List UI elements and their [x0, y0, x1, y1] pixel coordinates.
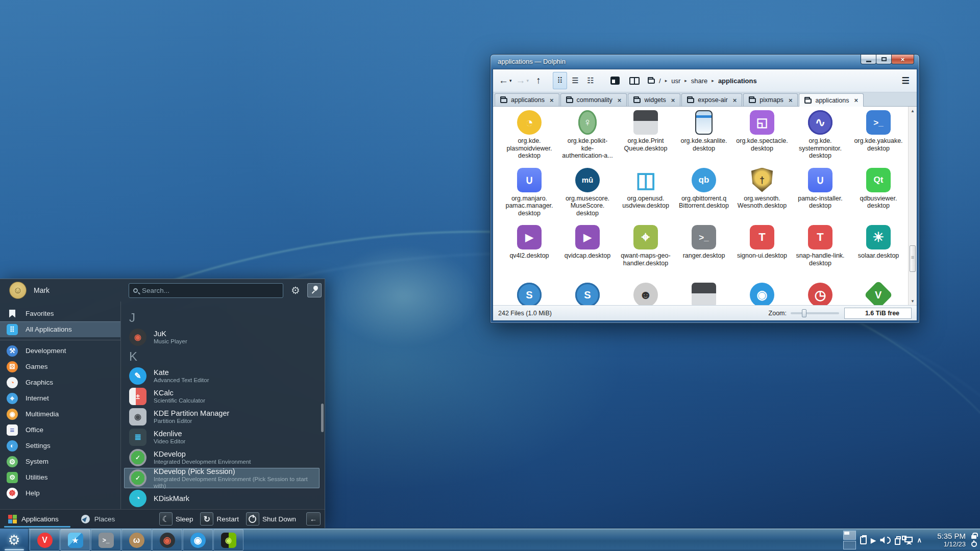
close-button[interactable]: ×	[891, 55, 914, 64]
file-item[interactable]: ◔org.kde.plasmoidviewer.desktop	[500, 109, 558, 166]
maximize-button[interactable]	[876, 55, 892, 64]
sidebar-item-development[interactable]: ⚒Development	[0, 343, 120, 359]
tab-close-icon[interactable]: ×	[789, 96, 793, 104]
zoom-slider-handle[interactable]	[802, 309, 806, 317]
sidebar-item-favorites[interactable]: Favorites	[0, 306, 120, 321]
scroll-up-arrow-icon[interactable]: ▲	[909, 107, 917, 115]
icons-view-button[interactable]: ⠿	[553, 72, 567, 89]
up-button[interactable]: ↑	[531, 72, 546, 89]
launcher-scrollbar-thumb[interactable]	[321, 404, 324, 432]
file-item[interactable]: mûorg.musescore.MuseScore.desktop	[558, 166, 617, 224]
user-avatar[interactable]: ☺	[9, 282, 27, 299]
dolphin-tab[interactable]: commonality ×	[560, 93, 627, 106]
tab-close-icon[interactable]: ×	[854, 96, 858, 104]
file-item[interactable]: ♀org.kde.polkit-kde-authentication-a...	[558, 109, 617, 166]
file-item[interactable]: org.kde.skanlite.desktop	[675, 109, 733, 166]
file-item[interactable]: Sstoken-gui.	[558, 281, 617, 306]
lock-icon[interactable]	[971, 535, 976, 539]
taskbar-button-vivaldi-browser[interactable]: V	[30, 529, 60, 551]
media-player-tray-icon[interactable]: ▶	[871, 529, 876, 551]
forward-button[interactable]: →▾	[514, 72, 531, 89]
application-launcher-button[interactable]: ⚙	[0, 529, 29, 551]
app-list-item[interactable]: ◉ JuK Music Player	[124, 327, 320, 347]
columns-view-button[interactable]	[627, 72, 642, 89]
zoom-slider[interactable]	[791, 312, 839, 314]
back-button[interactable]: ←▾	[497, 72, 513, 89]
sidebar-item-internet[interactable]: ⌖Internet	[0, 390, 120, 406]
sidebar-item-help[interactable]: ☸Help	[0, 485, 120, 501]
configure-gear-icon[interactable]: ⚙	[291, 284, 300, 296]
dolphin-tab[interactable]: pixmaps ×	[743, 93, 798, 106]
dolphin-tab[interactable]: applications ×	[495, 93, 559, 106]
file-item[interactable]: >_org.kde.yakuake.desktop	[849, 109, 908, 166]
folder-icon[interactable]	[648, 79, 655, 84]
file-item[interactable]: system-config-	[675, 281, 733, 306]
file-item[interactable]: ∪org.manjaro.pamac.manager.desktop	[500, 166, 558, 224]
app-list-item[interactable]: ✓ KDevelop (Pick Session) Integrated Dev…	[124, 468, 320, 488]
file-item[interactable]: org.kde.PrintQueue.desktop	[617, 109, 675, 166]
app-list-item[interactable]: ◉ KDE Partition Manager Partition Editor	[124, 407, 320, 427]
tab-applications[interactable]: Applications	[8, 515, 59, 523]
taskbar-button-notes-app[interactable]: ★	[60, 529, 90, 551]
taskbar-button-gimp[interactable]: ω	[121, 529, 152, 551]
vertical-scrollbar[interactable]: ▲ ▼	[908, 107, 917, 305]
file-item[interactable]: ∪pamac-installer.desktop	[791, 166, 849, 224]
scroll-down-arrow-icon[interactable]: ▼	[909, 297, 917, 305]
compact-view-button[interactable]: ☰	[568, 72, 582, 89]
minimize-button[interactable]	[861, 55, 876, 64]
desktop-1-thumbnail[interactable]	[843, 531, 856, 540]
sidebar-item-office[interactable]: ≡Office	[0, 422, 120, 438]
digital-clock[interactable]: 5:35 PM 1/12/23	[926, 532, 966, 548]
tab-close-icon[interactable]: ×	[618, 96, 622, 104]
tab-places[interactable]: Places	[81, 515, 115, 523]
file-item[interactable]: Vvim.desktop	[849, 281, 908, 306]
dolphin-tab[interactable]: expose-air ×	[681, 93, 742, 106]
sidebar-item-multimedia[interactable]: ◉Multimedia	[0, 406, 120, 422]
window-title[interactable]: applications — Dolphin	[491, 55, 919, 69]
network-tray-icon[interactable]	[904, 529, 913, 551]
file-item[interactable]: ▶qv4l2.desktop	[500, 223, 558, 281]
taskbar-button-nvidia-settings[interactable]: ◉	[213, 529, 243, 551]
pin-button[interactable]	[307, 283, 322, 297]
taskbar-button-music-player[interactable]: ◉	[152, 529, 182, 551]
hamburger-menu-button[interactable]: ☰	[898, 72, 913, 89]
file-item[interactable]: †org.wesnoth.Wesnoth.desktop	[733, 166, 791, 224]
search-input[interactable]: Search...	[129, 283, 283, 298]
taskbar-button-konsole-terminal[interactable]: >_	[91, 529, 121, 551]
file-item[interactable]: ◱org.kde.spectacle.desktop	[733, 109, 791, 166]
sleep-button[interactable]: Sleep	[159, 512, 193, 525]
shutdown-icon[interactable]	[971, 541, 977, 547]
app-list-item[interactable]: ✎ Kate Advanced Text Editor	[124, 366, 320, 386]
clipboard-tray-icon[interactable]	[860, 529, 867, 551]
volume-tray-icon[interactable]	[880, 529, 891, 551]
expand-tray-chevron-icon[interactable]: ∧	[917, 529, 922, 551]
tab-close-icon[interactable]: ×	[550, 96, 554, 104]
removable-device-tray-icon[interactable]	[895, 529, 900, 551]
breadcrumb-applications[interactable]: applications	[718, 76, 757, 86]
file-item[interactable]: Tsignon-ui.desktop	[733, 223, 791, 281]
leave-arrow-button[interactable]	[306, 512, 321, 525]
file-item[interactable]: >_ranger.desktop	[675, 223, 733, 281]
app-list-item[interactable]: ◔ KDiskMark	[124, 488, 320, 509]
file-item[interactable]: Qtqdbusviewer.desktop	[849, 166, 908, 224]
sidebar-item-settings[interactable]: ◐Settings	[0, 438, 120, 454]
taskbar-button-system-settings[interactable]: ◉	[183, 529, 213, 551]
breadcrumb-root[interactable]: /	[658, 76, 662, 86]
virtual-desktop-pager[interactable]	[843, 531, 856, 549]
shut-down-button[interactable]: Shut Down	[246, 512, 296, 525]
file-item[interactable]: ◉systemsettings.	[733, 281, 791, 306]
file-item[interactable]: ◷timeshift-gtk.	[791, 281, 849, 306]
file-item[interactable]: ▶qvidcap.desktop	[558, 223, 617, 281]
restart-button[interactable]: Restart	[200, 512, 239, 525]
dolphin-tab[interactable]: widgets ×	[628, 93, 680, 106]
split-view-button[interactable]	[608, 72, 622, 89]
tab-close-icon[interactable]: ×	[733, 96, 737, 104]
tab-close-icon[interactable]: ×	[671, 96, 675, 104]
scrollbar-thumb[interactable]	[910, 245, 916, 272]
file-item[interactable]: qborg.qbittorrent.qBittorrent.desktop	[675, 166, 733, 224]
sidebar-item-graphics[interactable]: ◔Graphics	[0, 374, 120, 390]
app-list-item[interactable]: ✓ KDevelop Integrated Development Enviro…	[124, 447, 320, 468]
file-item[interactable]: ☻supertuxkart.	[617, 281, 675, 306]
desktop-2-thumbnail[interactable]	[843, 541, 856, 550]
details-view-button[interactable]: ☷	[583, 72, 598, 89]
